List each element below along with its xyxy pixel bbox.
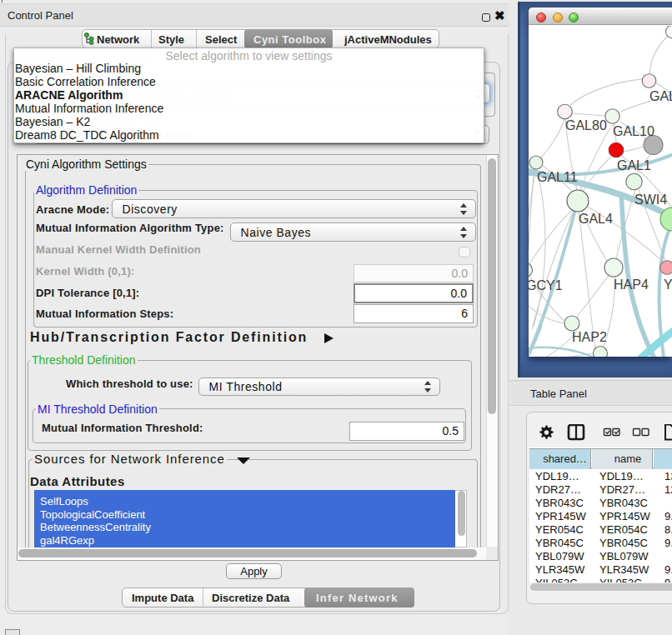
svg-text:GAL80: GAL80 [565,118,607,132]
svg-text:Y: Y [664,278,672,292]
svg-text:GAL11: GAL11 [537,170,578,184]
svg-text:SWI4: SWI4 [634,192,667,207]
svg-text:HAP4: HAP4 [614,278,649,292]
svg-text:GAL1: GAL1 [617,158,651,172]
svg-text:GAL4: GAL4 [579,212,613,226]
svg-text:GCY1: GCY1 [529,278,563,292]
svg-text:GAL10: GAL10 [613,124,654,138]
svg-text:HAP2: HAP2 [572,330,607,344]
svg-text:GAL2: GAL2 [649,89,672,103]
